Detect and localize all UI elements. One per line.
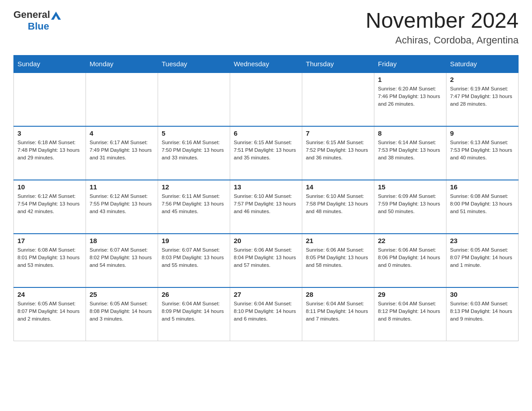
calendar-cell: 11Sunrise: 6:12 AM Sunset: 7:55 PM Dayli… [86, 180, 158, 234]
calendar-cell: 9Sunrise: 6:13 AM Sunset: 7:53 PM Daylig… [446, 126, 519, 180]
calendar-table: SundayMondayTuesdayWednesdayThursdayFrid… [13, 55, 519, 342]
day-number: 7 [306, 129, 370, 137]
col-header-friday: Friday [374, 55, 446, 73]
day-info: Sunrise: 6:08 AM Sunset: 8:01 PM Dayligh… [17, 246, 82, 270]
day-number: 20 [234, 237, 298, 244]
col-header-thursday: Thursday [302, 55, 374, 73]
day-info: Sunrise: 6:03 AM Sunset: 8:13 PM Dayligh… [450, 300, 515, 323]
day-number: 25 [90, 291, 154, 298]
day-info: Sunrise: 6:04 AM Sunset: 8:12 PM Dayligh… [378, 300, 442, 323]
day-number: 16 [450, 183, 515, 191]
day-number: 11 [90, 183, 154, 191]
day-number: 23 [450, 237, 515, 244]
day-number: 8 [378, 129, 442, 137]
day-info: Sunrise: 6:07 AM Sunset: 8:03 PM Dayligh… [162, 246, 226, 270]
calendar-cell: 1Sunrise: 6:20 AM Sunset: 7:46 PM Daylig… [374, 73, 446, 126]
month-title: November 2024 [365, 9, 519, 33]
calendar-cell [158, 73, 230, 126]
calendar-header-row: SundayMondayTuesdayWednesdayThursdayFrid… [14, 55, 519, 73]
calendar-week-row: 24Sunrise: 6:05 AM Sunset: 8:07 PM Dayli… [14, 287, 519, 341]
calendar-cell: 6Sunrise: 6:15 AM Sunset: 7:51 PM Daylig… [230, 126, 302, 180]
calendar-cell: 18Sunrise: 6:07 AM Sunset: 8:02 PM Dayli… [86, 234, 158, 287]
calendar-cell: 7Sunrise: 6:15 AM Sunset: 7:52 PM Daylig… [302, 126, 374, 180]
day-number: 12 [162, 183, 226, 191]
calendar-cell: 24Sunrise: 6:05 AM Sunset: 8:07 PM Dayli… [14, 287, 86, 341]
calendar-cell: 10Sunrise: 6:12 AM Sunset: 7:54 PM Dayli… [14, 180, 86, 234]
day-number: 22 [378, 237, 442, 244]
logo-triangle-icon [51, 11, 61, 20]
day-info: Sunrise: 6:16 AM Sunset: 7:50 PM Dayligh… [162, 139, 226, 162]
day-info: Sunrise: 6:18 AM Sunset: 7:48 PM Dayligh… [17, 139, 82, 162]
col-header-wednesday: Wednesday [230, 55, 302, 73]
day-info: Sunrise: 6:05 AM Sunset: 8:07 PM Dayligh… [450, 246, 515, 270]
day-info: Sunrise: 6:19 AM Sunset: 7:47 PM Dayligh… [450, 85, 515, 108]
calendar-cell: 15Sunrise: 6:09 AM Sunset: 7:59 PM Dayli… [374, 180, 446, 234]
day-info: Sunrise: 6:07 AM Sunset: 8:02 PM Dayligh… [90, 246, 154, 270]
calendar-cell: 13Sunrise: 6:10 AM Sunset: 7:57 PM Dayli… [230, 180, 302, 234]
day-info: Sunrise: 6:11 AM Sunset: 7:56 PM Dayligh… [162, 193, 226, 216]
calendar-cell: 19Sunrise: 6:07 AM Sunset: 8:03 PM Dayli… [158, 234, 230, 287]
col-header-sunday: Sunday [14, 55, 86, 73]
calendar-cell: 3Sunrise: 6:18 AM Sunset: 7:48 PM Daylig… [14, 126, 86, 180]
calendar-week-row: 10Sunrise: 6:12 AM Sunset: 7:54 PM Dayli… [14, 180, 519, 234]
day-info: Sunrise: 6:17 AM Sunset: 7:49 PM Dayligh… [90, 139, 154, 162]
location-title: Achiras, Cordoba, Argentina [365, 34, 519, 46]
day-info: Sunrise: 6:04 AM Sunset: 8:11 PM Dayligh… [306, 300, 370, 323]
day-info: Sunrise: 6:04 AM Sunset: 8:10 PM Dayligh… [234, 300, 298, 323]
calendar-cell: 20Sunrise: 6:06 AM Sunset: 8:04 PM Dayli… [230, 234, 302, 287]
day-number: 24 [17, 291, 82, 298]
day-info: Sunrise: 6:14 AM Sunset: 7:53 PM Dayligh… [378, 139, 442, 162]
day-info: Sunrise: 6:10 AM Sunset: 7:58 PM Dayligh… [306, 193, 370, 216]
page-header: General Blue November 2024 Achiras, Cord… [13, 9, 519, 46]
day-number: 27 [234, 291, 298, 298]
calendar-cell: 4Sunrise: 6:17 AM Sunset: 7:49 PM Daylig… [86, 126, 158, 180]
calendar-cell: 8Sunrise: 6:14 AM Sunset: 7:53 PM Daylig… [374, 126, 446, 180]
calendar-cell: 21Sunrise: 6:06 AM Sunset: 8:05 PM Dayli… [302, 234, 374, 287]
col-header-tuesday: Tuesday [158, 55, 230, 73]
calendar-cell [14, 73, 86, 126]
day-info: Sunrise: 6:06 AM Sunset: 8:05 PM Dayligh… [306, 246, 370, 270]
logo: General Blue [13, 9, 61, 32]
calendar-cell: 5Sunrise: 6:16 AM Sunset: 7:50 PM Daylig… [158, 126, 230, 180]
calendar-cell: 26Sunrise: 6:04 AM Sunset: 8:09 PM Dayli… [158, 287, 230, 341]
day-number: 3 [17, 129, 82, 137]
calendar-cell: 12Sunrise: 6:11 AM Sunset: 7:56 PM Dayli… [158, 180, 230, 234]
calendar-cell: 14Sunrise: 6:10 AM Sunset: 7:58 PM Dayli… [302, 180, 374, 234]
day-info: Sunrise: 6:20 AM Sunset: 7:46 PM Dayligh… [378, 85, 442, 108]
calendar-cell: 28Sunrise: 6:04 AM Sunset: 8:11 PM Dayli… [302, 287, 374, 341]
day-number: 15 [378, 183, 442, 191]
day-number: 2 [450, 76, 515, 83]
calendar-cell: 22Sunrise: 6:06 AM Sunset: 8:06 PM Dayli… [374, 234, 446, 287]
day-info: Sunrise: 6:13 AM Sunset: 7:53 PM Dayligh… [450, 139, 515, 162]
day-number: 21 [306, 237, 370, 244]
calendar-cell: 30Sunrise: 6:03 AM Sunset: 8:13 PM Dayli… [446, 287, 519, 341]
calendar-week-row: 17Sunrise: 6:08 AM Sunset: 8:01 PM Dayli… [14, 234, 519, 287]
day-info: Sunrise: 6:10 AM Sunset: 7:57 PM Dayligh… [234, 193, 298, 216]
day-info: Sunrise: 6:12 AM Sunset: 7:55 PM Dayligh… [90, 193, 154, 216]
calendar-week-row: 1Sunrise: 6:20 AM Sunset: 7:46 PM Daylig… [14, 73, 519, 126]
day-number: 19 [162, 237, 226, 244]
day-number: 29 [378, 291, 442, 298]
day-number: 18 [90, 237, 154, 244]
day-info: Sunrise: 6:12 AM Sunset: 7:54 PM Dayligh… [17, 193, 82, 216]
day-number: 26 [162, 291, 226, 298]
day-number: 28 [306, 291, 370, 298]
calendar-cell [230, 73, 302, 126]
day-info: Sunrise: 6:05 AM Sunset: 8:07 PM Dayligh… [17, 300, 82, 323]
day-info: Sunrise: 6:06 AM Sunset: 8:04 PM Dayligh… [234, 246, 298, 270]
day-info: Sunrise: 6:15 AM Sunset: 7:52 PM Dayligh… [306, 139, 370, 162]
day-number: 14 [306, 183, 370, 191]
day-number: 30 [450, 291, 515, 298]
day-number: 17 [17, 237, 82, 244]
day-number: 5 [162, 129, 226, 137]
calendar-cell: 16Sunrise: 6:08 AM Sunset: 8:00 PM Dayli… [446, 180, 519, 234]
calendar-week-row: 3Sunrise: 6:18 AM Sunset: 7:48 PM Daylig… [14, 126, 519, 180]
day-info: Sunrise: 6:15 AM Sunset: 7:51 PM Dayligh… [234, 139, 298, 162]
day-info: Sunrise: 6:06 AM Sunset: 8:06 PM Dayligh… [378, 246, 442, 270]
day-number: 4 [90, 129, 154, 137]
day-number: 10 [17, 183, 82, 191]
day-info: Sunrise: 6:04 AM Sunset: 8:09 PM Dayligh… [162, 300, 226, 323]
day-number: 1 [378, 76, 442, 83]
day-number: 6 [234, 129, 298, 137]
calendar-cell: 27Sunrise: 6:04 AM Sunset: 8:10 PM Dayli… [230, 287, 302, 341]
